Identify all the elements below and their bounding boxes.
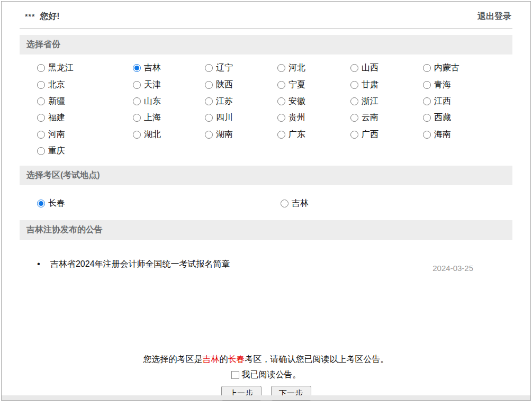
province-label: 甘肃 bbox=[362, 79, 378, 91]
province-radio-option[interactable]: 四川 bbox=[205, 110, 277, 126]
province-radio-option[interactable]: 江西 bbox=[423, 93, 512, 110]
radio-icon bbox=[277, 97, 285, 105]
confirm-text-middle: 的 bbox=[220, 355, 228, 364]
province-radio-option[interactable]: 黑龙江 bbox=[37, 60, 133, 76]
radio-icon bbox=[277, 81, 285, 89]
announcement-link[interactable]: •吉林省2024年注册会计师全国统一考试报名简章 bbox=[37, 259, 230, 270]
section-header-province: 选择省份 bbox=[20, 35, 512, 55]
radio-icon bbox=[350, 81, 358, 89]
radio-icon bbox=[37, 147, 45, 155]
top-bar: ***您好! 退出登录 bbox=[20, 2, 512, 29]
province-radio-option[interactable]: 安徽 bbox=[277, 93, 350, 110]
province-radio-option[interactable]: 甘肃 bbox=[350, 76, 423, 93]
province-label: 江苏 bbox=[216, 96, 233, 107]
province-label: 上海 bbox=[144, 112, 161, 123]
announcement-item: •吉林省2024年注册会计师全国统一考试报名简章2024-03-25 bbox=[37, 259, 473, 273]
province-radio-option[interactable]: 新疆 bbox=[37, 93, 133, 110]
province-label: 天津 bbox=[144, 79, 161, 91]
province-label: 吉林 bbox=[144, 62, 161, 74]
radio-icon bbox=[350, 131, 358, 139]
province-radio-option[interactable]: 辽宁 bbox=[205, 60, 277, 76]
radio-icon bbox=[423, 131, 431, 139]
province-radio-option[interactable]: 吉林 bbox=[133, 60, 205, 76]
radio-icon bbox=[37, 81, 45, 89]
province-radio-option[interactable]: 浙江 bbox=[350, 93, 423, 110]
exam-area-grid: 长春吉林 bbox=[37, 195, 512, 211]
province-radio-option[interactable]: 广西 bbox=[350, 126, 423, 143]
province-radio-option[interactable]: 重庆 bbox=[37, 143, 133, 159]
greeting-text: 您好! bbox=[40, 12, 59, 21]
province-radio-option[interactable]: 江苏 bbox=[205, 93, 277, 110]
province-label: 陕西 bbox=[216, 79, 233, 91]
province-radio-option[interactable]: 广东 bbox=[277, 126, 350, 143]
radio-icon bbox=[277, 114, 285, 122]
announcement-list: •吉林省2024年注册会计师全国统一考试报名简章2024-03-25 bbox=[20, 259, 512, 273]
agree-label[interactable]: 我已阅读公告。 bbox=[231, 369, 301, 381]
user-greeting: ***您好! bbox=[25, 11, 60, 22]
province-radio-option[interactable]: 西藏 bbox=[423, 110, 512, 126]
radio-icon bbox=[350, 114, 358, 122]
radio-icon bbox=[133, 131, 141, 139]
province-radio-option[interactable]: 上海 bbox=[133, 110, 205, 126]
radio-icon bbox=[205, 97, 213, 105]
province-radio-option[interactable]: 山东 bbox=[133, 93, 205, 110]
province-radio-option[interactable]: 湖北 bbox=[133, 126, 205, 143]
section-header-exam-area: 选择考区(考试地点) bbox=[20, 166, 512, 185]
radio-icon bbox=[37, 64, 45, 72]
province-label: 四川 bbox=[216, 112, 233, 123]
province-radio-option[interactable]: 内蒙古 bbox=[423, 60, 512, 76]
radio-icon bbox=[277, 64, 285, 72]
province-label: 内蒙古 bbox=[434, 62, 459, 74]
province-label: 海南 bbox=[434, 129, 451, 140]
province-label: 云南 bbox=[362, 112, 378, 123]
exam-area-label: 长春 bbox=[48, 198, 65, 209]
province-label: 广东 bbox=[288, 129, 305, 140]
province-label: 青海 bbox=[434, 79, 451, 91]
province-radio-option[interactable]: 青海 bbox=[423, 76, 512, 93]
radio-icon bbox=[281, 200, 288, 207]
province-radio-option[interactable]: 云南 bbox=[350, 110, 423, 126]
registration-panel: ***您好! 退出登录 选择省份 黑龙江吉林辽宁河北山西内蒙古北京天津陕西宁夏甘… bbox=[1, 1, 531, 401]
province-label: 西藏 bbox=[434, 112, 451, 123]
radio-icon bbox=[37, 200, 45, 207]
province-radio-option[interactable]: 贵州 bbox=[277, 110, 350, 126]
radio-icon bbox=[133, 97, 141, 105]
exam-area-radio-option[interactable]: 长春 bbox=[37, 195, 281, 211]
province-radio-option[interactable]: 北京 bbox=[37, 76, 133, 93]
province-label: 新疆 bbox=[48, 96, 65, 107]
province-radio-option[interactable]: 河北 bbox=[277, 60, 350, 76]
province-label: 浙江 bbox=[362, 96, 378, 107]
province-radio-option[interactable]: 湖南 bbox=[205, 126, 277, 143]
confirm-province: 吉林 bbox=[203, 355, 220, 364]
province-radio-option[interactable]: 海南 bbox=[423, 126, 512, 143]
radio-icon bbox=[205, 81, 213, 89]
bullet-icon: • bbox=[37, 259, 40, 269]
province-radio-option[interactable]: 福建 bbox=[37, 110, 133, 126]
radio-icon bbox=[37, 97, 45, 105]
agree-checkbox[interactable] bbox=[231, 371, 239, 379]
section-header-announcements: 吉林注协发布的公告 bbox=[20, 220, 512, 240]
radio-icon bbox=[133, 114, 141, 122]
province-radio-option[interactable]: 宁夏 bbox=[277, 76, 350, 93]
radio-icon bbox=[205, 64, 213, 72]
province-label: 北京 bbox=[48, 79, 65, 91]
province-grid: 黑龙江吉林辽宁河北山西内蒙古北京天津陕西宁夏甘肃青海新疆山东江苏安徽浙江江西福建… bbox=[37, 60, 512, 159]
province-radio-option[interactable]: 天津 bbox=[133, 76, 205, 93]
province-label: 山西 bbox=[362, 62, 378, 74]
confirm-text-prefix: 您选择的考区是 bbox=[143, 355, 203, 364]
exam-area-label: 吉林 bbox=[292, 198, 309, 209]
radio-icon bbox=[205, 114, 213, 122]
province-radio-option[interactable]: 陕西 bbox=[205, 76, 277, 93]
province-label: 江西 bbox=[434, 96, 451, 107]
confirm-text: 您选择的考区是吉林的长春考区，请确认您已阅读以上考区公告。 bbox=[2, 354, 530, 365]
masked-username: *** bbox=[25, 12, 35, 21]
confirm-area: 长春 bbox=[228, 355, 245, 364]
logout-link[interactable]: 退出登录 bbox=[477, 11, 511, 22]
confirm-block: 您选择的考区是吉林的长春考区，请确认您已阅读以上考区公告。 我已阅读公告。 上一… bbox=[2, 354, 530, 401]
announcement-date: 2024-03-25 bbox=[432, 264, 473, 273]
radio-icon bbox=[133, 64, 141, 72]
province-radio-option[interactable]: 山西 bbox=[350, 60, 423, 76]
agree-checkbox-label: 我已阅读公告。 bbox=[242, 369, 301, 381]
province-radio-option[interactable]: 河南 bbox=[37, 126, 133, 143]
exam-area-radio-option[interactable]: 吉林 bbox=[281, 195, 512, 211]
